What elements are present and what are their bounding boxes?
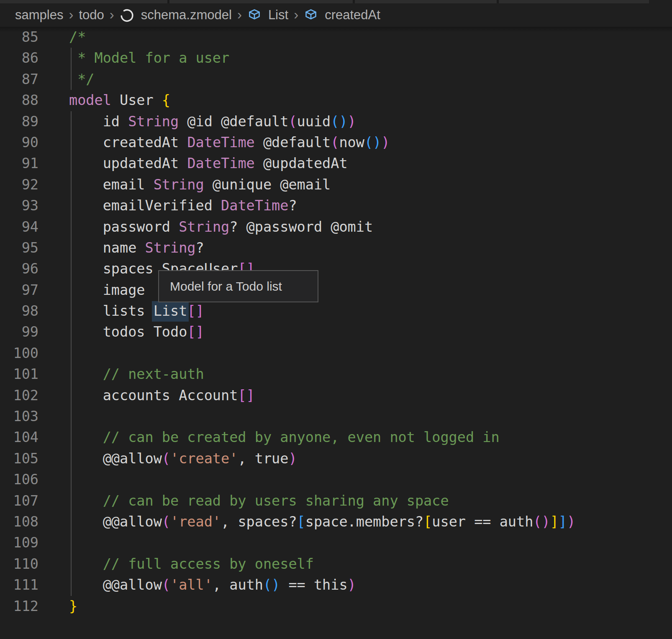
code-line: 92 email String @unique @email [0, 174, 672, 195]
code-token: updatedAt [69, 155, 187, 171]
tab-divider [497, 0, 499, 3]
code-line: 99 todos Todo[] [0, 322, 672, 343]
chevron-right-icon: › [237, 8, 242, 21]
code-line-text: email String @unique @email [38, 174, 331, 195]
code-token: ] [550, 514, 559, 530]
breadcrumb: samples › todo › schema.zmodel › List › [0, 3, 672, 27]
code-token: () [331, 113, 347, 130]
code-line: 108 @@allow('read', spaces?[space.member… [0, 511, 672, 532]
code-token: ? [196, 240, 204, 256]
code-line-text: lists List[] [38, 301, 204, 322]
breadcrumb-item-todo[interactable]: todo [79, 8, 104, 23]
code-token: // next-auth [69, 366, 204, 382]
code-token: , auth [213, 577, 263, 593]
code-editor[interactable]: 85/*86 * Model for a user87 */88model Us… [0, 27, 672, 639]
code-token: lists List [69, 303, 187, 319]
code-token: emailVerified [69, 197, 221, 214]
code-line-text: todos Todo[] [38, 322, 204, 343]
line-number: 98 [0, 301, 38, 322]
code-line: 86 * Model for a user [0, 48, 672, 69]
breadcrumb-item-createdat[interactable]: createdAt [325, 8, 380, 23]
code-token: DateTime [187, 134, 254, 151]
code-token: todos Todo [69, 324, 187, 340]
code-line-text: @@allow('create', true) [38, 448, 297, 469]
code-line: 89 id String @id @default(uuid()) [0, 111, 672, 132]
code-line: 107 // can be read by users sharing any … [0, 491, 672, 511]
line-number: 112 [0, 596, 38, 617]
code-line-text: emailVerified DateTime? [38, 195, 297, 216]
code-token: String [128, 113, 179, 130]
code-token: uuid [297, 113, 331, 130]
code-token: () [263, 577, 280, 593]
code-token: 'create' [170, 450, 238, 467]
code-line-text: */ [38, 69, 95, 90]
tab-bar[interactable] [0, 0, 672, 3]
chevron-right-icon: › [110, 8, 114, 21]
code-line-text: @@allow('all', auth() == this) [38, 575, 356, 596]
code-line: 109 [0, 532, 672, 553]
code-line-text: // full access by oneself [38, 554, 314, 575]
code-token: email [69, 176, 154, 193]
line-number: 111 [0, 575, 38, 596]
breadcrumb-item-schema-zmodel[interactable]: schema.zmodel [141, 8, 232, 23]
breadcrumb-item-list[interactable]: List [268, 8, 288, 23]
line-number: 103 [0, 406, 38, 427]
chevron-right-icon: › [294, 8, 298, 21]
code-token: [ [297, 514, 305, 530]
code-token: // can be read by users sharing any spac… [69, 493, 449, 509]
code-token: ? [288, 197, 297, 214]
code-line: 111 @@allow('all', auth() == this) [0, 575, 672, 596]
code-token: { [162, 92, 170, 108]
code-token: ) [348, 113, 356, 130]
line-number: 96 [0, 258, 38, 279]
code-token: String [145, 240, 196, 256]
symbol-class-icon [247, 8, 262, 23]
code-line-text: * Model for a user [38, 48, 229, 69]
line-number: 106 [0, 469, 38, 490]
code-token: [] [238, 387, 254, 404]
code-token: createdAt [69, 134, 187, 151]
code-line: 106 [0, 469, 672, 490]
tooltip-text: Model for a Todo list [170, 279, 282, 294]
symbol-class-icon [303, 8, 318, 23]
code-line-text: model User { [38, 90, 170, 111]
code-line: 90 createdAt DateTime @default(now()) [0, 132, 672, 153]
tab-divider [353, 0, 355, 3]
line-number: 105 [0, 448, 38, 469]
code-token: @unique @email [204, 176, 331, 193]
code-line: 94 password String? @password @omit [0, 217, 672, 238]
line-number: 104 [0, 427, 38, 448]
line-number: 87 [0, 69, 38, 90]
line-number: 99 [0, 322, 38, 343]
code-token: 'all' [170, 577, 213, 593]
line-number: 85 [0, 27, 38, 48]
code-token: ) [381, 134, 390, 151]
code-token: // full access by oneself [69, 556, 314, 572]
code-line: 97 image [0, 280, 672, 301]
code-line: 101 // next-auth [0, 364, 672, 385]
code-token: * Model for a user [69, 50, 229, 66]
code-line: 105 @@allow('create', true) [0, 448, 672, 469]
code-line: 96 spaces SpaceUser[] [0, 258, 672, 279]
code-line: 103 [0, 406, 672, 427]
code-line: 104 // can be created by anyone, even no… [0, 427, 672, 448]
code-token: model [69, 92, 111, 108]
line-number: 108 [0, 511, 38, 532]
code-line-text [38, 406, 69, 427]
code-token: ) [288, 450, 297, 467]
line-number: 89 [0, 111, 38, 132]
code-token: () [533, 514, 550, 530]
line-number: 110 [0, 554, 38, 575]
line-number: 94 [0, 217, 38, 238]
code-token: == this [280, 577, 347, 593]
code-line-text: password String? @password @omit [38, 217, 373, 238]
code-line: 110 // full access by oneself [0, 554, 672, 575]
code-token: ] [559, 514, 567, 530]
code-token: String [154, 176, 204, 193]
code-token: 'read' [170, 514, 221, 530]
breadcrumb-item-samples[interactable]: samples [15, 8, 63, 23]
code-token: , true [238, 450, 288, 467]
line-number: 109 [0, 532, 38, 553]
code-token: password [69, 219, 179, 235]
code-lines: 85/*86 * Model for a user87 */88model Us… [0, 27, 672, 617]
